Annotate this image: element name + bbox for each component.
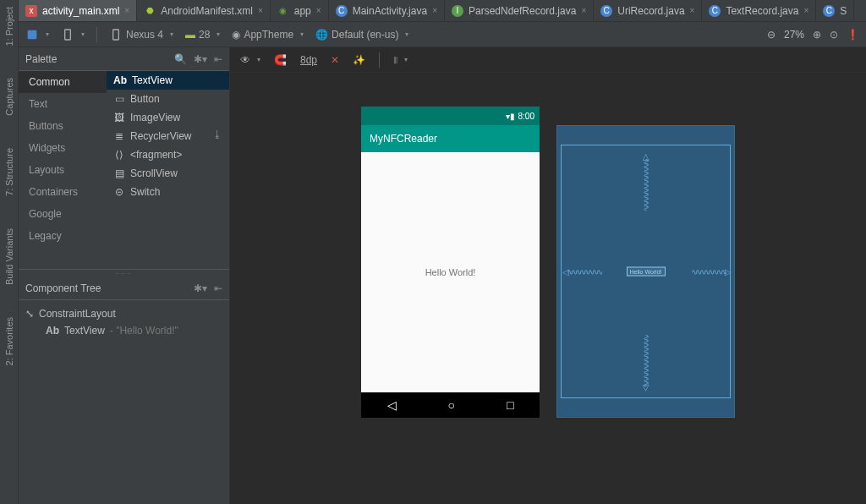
svg-rect-1 bbox=[65, 30, 71, 40]
palette-item-recyclerview[interactable]: ≣RecyclerView bbox=[107, 127, 229, 145]
palette-title: Palette bbox=[25, 53, 57, 65]
preview-textview[interactable]: Hello World! bbox=[425, 267, 476, 277]
status-time: 8:00 bbox=[518, 112, 534, 121]
home-icon: ○ bbox=[448, 398, 455, 412]
api-dropdown[interactable]: ▬28 bbox=[185, 29, 220, 41]
app-bar: MyNFCReader bbox=[361, 125, 540, 152]
close-icon[interactable]: × bbox=[124, 6, 129, 15]
close-icon[interactable]: × bbox=[690, 6, 695, 15]
back-icon: ◁ bbox=[387, 398, 397, 412]
zoom-in-button[interactable]: ⊕ bbox=[813, 29, 821, 41]
rail-project[interactable]: 1: Project bbox=[3, 3, 16, 49]
orientation-dropdown[interactable] bbox=[61, 28, 85, 41]
tab-manifest[interactable]: ⬣AndroidManifest.xml× bbox=[137, 0, 271, 21]
category-legacy[interactable]: Legacy bbox=[19, 225, 107, 247]
component-tree-header: Component Tree ✱▾ ⇤ bbox=[19, 277, 229, 300]
resize-handle[interactable]: ┄┄┄ bbox=[19, 270, 229, 277]
rail-captures[interactable]: Captures bbox=[3, 74, 16, 119]
category-text[interactable]: Text bbox=[19, 93, 107, 115]
settings-icon[interactable]: ✱▾ bbox=[194, 282, 207, 294]
svg-rect-2 bbox=[113, 30, 119, 40]
design-surface[interactable]: ▾▮8:00 MyNFCReader Hello World! ◁○□ ◁∿∿∿… bbox=[230, 73, 866, 504]
zoom-fit-button[interactable]: ⊙ bbox=[830, 29, 838, 41]
editor-tabs: xactivity_main.xml× ⬣AndroidManifest.xml… bbox=[19, 0, 866, 22]
warnings-button[interactable]: ❗ bbox=[847, 29, 859, 41]
category-buttons[interactable]: Buttons bbox=[19, 115, 107, 137]
rail-structure[interactable]: 7: Structure bbox=[3, 145, 16, 200]
tree-root[interactable]: ⤡ConstraintLayout bbox=[22, 305, 226, 322]
zoom-level: 27% bbox=[784, 29, 804, 41]
left-side-panel: Palette 🔍 ✱▾ ⇤ Common Text Buttons Widge… bbox=[19, 47, 230, 504]
collapse-icon[interactable]: ⇤ bbox=[214, 53, 222, 65]
rail-favorites[interactable]: 2: Favorites bbox=[3, 314, 16, 369]
search-icon[interactable]: 🔍 bbox=[174, 53, 187, 65]
palette-item-switch[interactable]: ⊝Switch bbox=[107, 183, 229, 201]
design-config-toolbar: Nexus 4 ▬28 ◉AppTheme 🌐Default (en-us) ⊖… bbox=[19, 22, 866, 47]
blueprint-view[interactable]: ◁∿∿∿∿∿∿∿∿ ∿∿∿∿∿∿∿∿▷ ◁∿∿∿∿∿∿∿∿∿∿∿∿ ∿∿∿∿∿∿… bbox=[556, 125, 735, 418]
design-surface-dropdown[interactable] bbox=[25, 28, 49, 41]
design-area: 👁 🧲 8dp ✕ ✨ ⫴ ▾▮8:00 MyNFCReader Hello W… bbox=[230, 47, 866, 504]
palette-item-scrollview[interactable]: ▤ScrollView bbox=[107, 164, 229, 183]
content-row: Palette 🔍 ✱▾ ⇤ Common Text Buttons Widge… bbox=[19, 47, 866, 504]
svg-rect-0 bbox=[28, 30, 37, 39]
tree-child-textview[interactable]: AbTextView- "Hello World!" bbox=[22, 322, 226, 339]
tab-urirecord[interactable]: CUriRecord.java× bbox=[594, 0, 702, 21]
view-options-dropdown[interactable]: 👁 bbox=[240, 54, 260, 66]
palette-header: Palette 🔍 ✱▾ ⇤ bbox=[19, 47, 229, 71]
nav-bar: ◁○□ bbox=[361, 392, 540, 418]
category-google[interactable]: Google bbox=[19, 203, 107, 225]
tab-app[interactable]: ◉app× bbox=[271, 0, 329, 21]
main-area: xactivity_main.xml× ⬣AndroidManifest.xml… bbox=[19, 0, 866, 504]
tab-activity-main[interactable]: xactivity_main.xml× bbox=[19, 0, 137, 21]
tab-textrecord[interactable]: CTextRecord.java× bbox=[702, 0, 816, 21]
palette-categories: Common Text Buttons Widgets Layouts Cont… bbox=[19, 71, 107, 269]
palette-body: Common Text Buttons Widgets Layouts Cont… bbox=[19, 71, 229, 270]
constraint-spring-top: ◁∿∿∿∿∿∿∿∿∿∿∿∿ bbox=[641, 154, 650, 209]
preview-screen[interactable]: Hello World! bbox=[361, 152, 540, 392]
tab-parsedndef[interactable]: IParsedNdefRecord.java× bbox=[445, 0, 594, 21]
theme-dropdown[interactable]: ◉AppTheme bbox=[232, 29, 304, 41]
category-common[interactable]: Common bbox=[19, 71, 107, 93]
palette-item-imageview[interactable]: 🖼ImageView bbox=[107, 108, 229, 127]
clear-constraints-icon[interactable]: ✕ bbox=[331, 54, 339, 66]
download-icon[interactable]: ⭳ bbox=[212, 129, 222, 140]
locale-dropdown[interactable]: 🌐Default (en-us) bbox=[315, 29, 408, 41]
device-preview[interactable]: ▾▮8:00 MyNFCReader Hello World! ◁○□ bbox=[361, 107, 540, 418]
palette-items: AbTextView ▭Button 🖼ImageView ≣RecyclerV… bbox=[107, 71, 229, 269]
constraint-spring-right: ∿∿∿∿∿∿∿∿▷ bbox=[691, 267, 729, 277]
default-margin[interactable]: 8dp bbox=[300, 54, 317, 66]
collapse-icon[interactable]: ⇤ bbox=[214, 282, 222, 294]
close-icon[interactable]: × bbox=[803, 6, 808, 15]
tab-overflow[interactable]: CS bbox=[816, 0, 854, 21]
recent-icon: □ bbox=[507, 398, 513, 412]
device-dropdown[interactable]: Nexus 4 bbox=[109, 28, 173, 41]
align-dropdown[interactable]: ⫴ bbox=[393, 54, 408, 66]
palette-item-button[interactable]: ▭Button bbox=[107, 90, 229, 108]
tab-mainactivity[interactable]: CMainActivity.java× bbox=[329, 0, 445, 21]
rail-build-variants[interactable]: Build Variants bbox=[3, 225, 16, 288]
wifi-icon: ▾▮ bbox=[506, 112, 515, 121]
palette-item-textview[interactable]: AbTextView bbox=[107, 71, 229, 90]
close-icon[interactable]: × bbox=[258, 6, 263, 15]
design-toolbar: 👁 🧲 8dp ✕ ✨ ⫴ bbox=[230, 47, 866, 73]
infer-constraints-icon[interactable]: ✨ bbox=[353, 54, 365, 66]
constraint-spring-bottom: ∿∿∿∿∿∿∿∿∿∿∿∿▷ bbox=[641, 334, 650, 389]
zoom-out-button[interactable]: ⊖ bbox=[767, 29, 776, 41]
settings-icon[interactable]: ✱▾ bbox=[194, 53, 207, 65]
close-icon[interactable]: × bbox=[316, 6, 321, 15]
category-containers[interactable]: Containers bbox=[19, 181, 107, 203]
close-icon[interactable]: × bbox=[581, 6, 586, 15]
constraint-spring-left: ◁∿∿∿∿∿∿∿∿ bbox=[562, 267, 600, 277]
blueprint-textview[interactable]: Hello World! bbox=[627, 267, 666, 277]
palette-item-fragment[interactable]: ⟨⟩<fragment> bbox=[107, 145, 229, 164]
left-tool-rail: 1: Project Captures 7: Structure Build V… bbox=[0, 0, 19, 504]
component-tree-title: Component Tree bbox=[25, 282, 101, 294]
category-widgets[interactable]: Widgets bbox=[19, 137, 107, 159]
close-icon[interactable]: × bbox=[432, 6, 437, 15]
category-layouts[interactable]: Layouts bbox=[19, 159, 107, 181]
status-bar: ▾▮8:00 bbox=[361, 107, 540, 125]
autoconnect-icon[interactable]: 🧲 bbox=[274, 54, 287, 66]
constraint-icon: ⤡ bbox=[25, 308, 34, 320]
component-tree-body: ⤡ConstraintLayout AbTextView- "Hello Wor… bbox=[19, 300, 229, 504]
